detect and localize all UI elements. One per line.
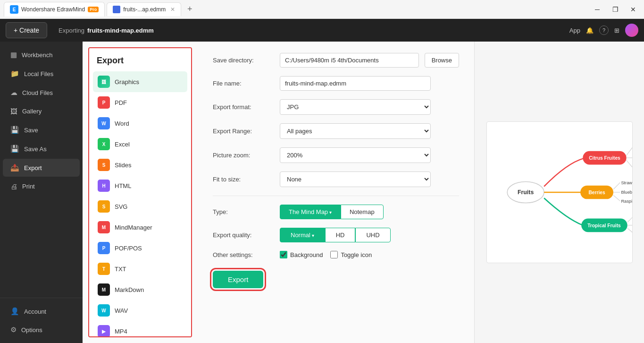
sidebar-item-local-files[interactable]: 📁 Local Files — [3, 65, 80, 83]
format-item-excel[interactable]: X Excel — [93, 134, 187, 154]
settings-divider — [213, 196, 459, 196]
export-btn-row: Export — [213, 267, 459, 288]
create-button[interactable]: + Create — [6, 22, 47, 38]
browse-button[interactable]: Browse — [425, 53, 459, 68]
close-button[interactable]: ✕ — [626, 2, 640, 17]
quality-normal-button[interactable]: Normal — [280, 228, 325, 242]
notification-icon[interactable]: 🔔 — [586, 27, 594, 34]
format-item-svg[interactable]: S SVG — [93, 196, 187, 217]
format-item-txt[interactable]: T TXT — [93, 258, 187, 279]
quality-uhd-button[interactable]: UHD — [355, 228, 390, 242]
new-tab-button[interactable]: + — [183, 3, 196, 16]
format-item-pof[interactable]: P POF/POS — [93, 238, 187, 258]
picture-zoom-select[interactable]: 200% 100% 150% — [280, 147, 431, 163]
format-label-pdf: PDF — [115, 99, 127, 106]
format-label-txt: TXT — [115, 266, 126, 273]
sidebar-item-gallery[interactable]: 🖼 Gallery — [3, 103, 80, 120]
format-item-markdown[interactable]: M MarkDown — [93, 279, 187, 300]
appbar-right: App 🔔 ? ⊞ — [569, 24, 638, 37]
format-item-html[interactable]: H HTML — [93, 175, 187, 196]
preview-canvas: Fruits Citrus Fruites Oranges Lemons Gra… — [486, 121, 633, 263]
pof-icon: P — [98, 242, 110, 254]
format-item-pdf[interactable]: P PDF — [93, 92, 187, 113]
print-icon: 🖨 — [10, 182, 17, 190]
format-item-graphics[interactable]: 🖼 Graphics — [93, 71, 187, 92]
format-item-mp4[interactable]: ▶ MP4 — [93, 321, 187, 337]
sidebar-label-gallery: Gallery — [22, 108, 42, 115]
sidebar-item-save[interactable]: 💾 Save — [3, 121, 80, 139]
graphics-icon: 🖼 — [98, 76, 110, 88]
sidebar-item-account[interactable]: 👤 Account — [3, 302, 80, 320]
format-item-word[interactable]: W Word — [93, 113, 187, 134]
app-name-label: Wondershare EdrawMind — [21, 6, 85, 13]
svg-text:Citrus Fruites: Citrus Fruites — [589, 155, 620, 161]
export-format-select[interactable]: JPG PNG SVG PDF — [280, 99, 431, 115]
grid-icon[interactable]: ⊞ — [614, 27, 619, 34]
app-tab-main[interactable]: E Wondershare EdrawMind Pro — [4, 2, 105, 17]
svg-text:Blueberries: Blueberries — [621, 190, 632, 195]
svg-text:Strawberries: Strawberries — [621, 180, 632, 185]
fit-to-size-select[interactable]: None A4 A3 — [280, 172, 431, 187]
fit-to-size-row: Fit to size: None A4 A3 — [213, 172, 459, 187]
file-tab-label: fruits-...ap.edmm — [123, 6, 166, 13]
help-icon[interactable]: ? — [599, 26, 609, 35]
app-label[interactable]: App — [569, 27, 580, 34]
svg-text:Fruits: Fruits — [518, 189, 534, 196]
titlebar: E Wondershare EdrawMind Pro fruits-...ap… — [0, 0, 644, 19]
export-range-label: Export Range: — [213, 128, 274, 135]
toggle-icon-checkbox-item[interactable]: Toggle icon — [330, 251, 372, 258]
app-tab-file[interactable]: fruits-...ap.edmm ✕ — [107, 2, 181, 16]
type-group: The Mind Map Notemap — [280, 205, 384, 219]
restore-button[interactable]: ❐ — [608, 2, 622, 17]
minimize-button[interactable]: ─ — [590, 2, 604, 17]
svg-text:Raspieries: Raspieries — [621, 199, 632, 204]
sidebar-label-workbench: Workbench — [22, 51, 53, 59]
type-mindmap-button[interactable]: The Mind Map — [280, 205, 341, 219]
quality-hd-button[interactable]: HD — [325, 228, 356, 242]
background-checkbox-item[interactable]: Background — [280, 251, 323, 258]
preview-panel: Fruits Citrus Fruites Oranges Lemons Gra… — [474, 42, 644, 343]
save-icon: 💾 — [10, 126, 19, 134]
format-item-mindmanager[interactable]: M MindManager — [93, 217, 187, 238]
type-row: Type: The Mind Map Notemap — [213, 205, 459, 219]
svg-line-4 — [626, 148, 632, 155]
titlebar-left: E Wondershare EdrawMind Pro fruits-...ap… — [4, 2, 196, 17]
background-checkbox[interactable] — [280, 251, 287, 258]
format-label-wav: WAV — [115, 307, 128, 314]
sidebar-item-save-as[interactable]: 💾 Save As — [3, 140, 80, 158]
sidebar: ▦ Workbench 📁 Local Files ☁ Cloud Files … — [0, 42, 83, 343]
avatar[interactable] — [625, 24, 638, 37]
format-item-slides[interactable]: S Slides — [93, 154, 187, 175]
format-label-mp4: MP4 — [115, 328, 127, 335]
account-icon: 👤 — [10, 307, 19, 316]
toggle-icon-checkbox[interactable] — [330, 251, 338, 258]
save-directory-input[interactable] — [280, 53, 419, 68]
sidebar-item-export[interactable]: 📤 Export — [3, 159, 80, 177]
sidebar-label-save-as: Save As — [24, 146, 47, 153]
file-name-input[interactable] — [280, 76, 431, 91]
export-range-select[interactable]: All pages Current page — [280, 123, 431, 139]
toggle-icon-label: Toggle icon — [341, 251, 372, 258]
exporting-label: Exporting — [59, 27, 84, 34]
sidebar-label-account: Account — [24, 308, 46, 315]
svg-line-20 — [627, 216, 632, 222]
sidebar-item-cloud-files[interactable]: ☁ Cloud Files — [3, 84, 80, 102]
save-directory-label: Save directory: — [213, 57, 274, 64]
fit-to-size-label: Fit to size: — [213, 176, 274, 183]
export-button[interactable]: Export — [213, 271, 263, 288]
sidebar-item-print[interactable]: 🖨 Print — [3, 178, 80, 195]
sidebar-item-options[interactable]: ⚙ Options — [3, 321, 80, 339]
exporting-filename: fruits-mind-map.edmm — [87, 27, 154, 34]
markdown-icon: M — [98, 283, 110, 296]
save-directory-row: Save directory: Browse — [213, 53, 459, 68]
sidebar-item-workbench[interactable]: ▦ Workbench — [3, 46, 80, 64]
export-format-row: Export format: JPG PNG SVG PDF — [213, 99, 459, 115]
format-item-wav[interactable]: W WAV — [93, 300, 187, 321]
app-logo: E — [10, 5, 18, 14]
close-tab-icon[interactable]: ✕ — [170, 6, 175, 13]
local-files-icon: 📁 — [10, 69, 19, 78]
type-notemap-button[interactable]: Notemap — [341, 205, 384, 219]
txt-icon: T — [98, 263, 110, 275]
content-area: Export 🖼 Graphics P PDF W Word X Excel — [83, 42, 644, 343]
sidebar-label-cloud-files: Cloud Files — [22, 89, 53, 96]
